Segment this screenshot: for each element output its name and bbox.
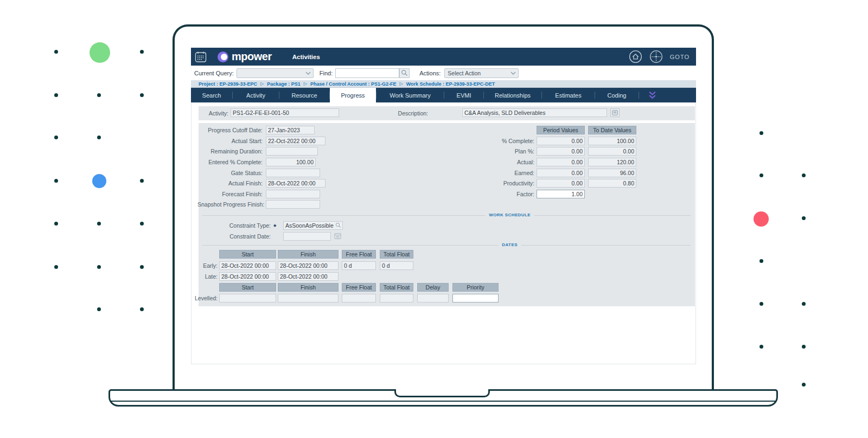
goto-button[interactable]: GOTO <box>670 54 690 60</box>
pct-complete-todate-input[interactable] <box>588 137 636 145</box>
mpower-logo-mark <box>217 51 229 63</box>
date-picker-icon[interactable] <box>334 233 341 241</box>
decorative-dot <box>760 345 763 349</box>
actual-label: Actual: <box>480 158 534 166</box>
early-total-float-input[interactable] <box>380 261 413 270</box>
factor-input[interactable] <box>537 190 585 198</box>
pct-complete-period-input[interactable] <box>537 137 585 145</box>
goto-target-icon[interactable] <box>649 50 663 63</box>
decorative-dot <box>97 222 101 226</box>
productivity-period-input[interactable] <box>537 179 585 188</box>
current-query-label: Current Query: <box>194 70 234 76</box>
actual-start-input[interactable] <box>266 137 326 145</box>
magnifier-icon <box>401 69 408 76</box>
levelled-total-float-input[interactable] <box>380 294 413 302</box>
early-start-input[interactable] <box>219 261 276 270</box>
breadcrumb-separator-icon: ▷ <box>260 81 264 86</box>
tab-activity[interactable]: Activity <box>233 88 279 102</box>
breadcrumb-item-work-schedule[interactable]: Work Schedule : EP-2939-33-EPC-DET <box>406 81 495 87</box>
to-date-values-header: To Date Values <box>588 126 636 134</box>
tab-search[interactable]: Search <box>191 88 232 102</box>
snapshot-progress-finish-input[interactable] <box>266 200 320 209</box>
tab-progress[interactable]: Progress <box>330 88 376 102</box>
constraint-type-input[interactable] <box>283 221 343 230</box>
tab-separator <box>639 92 639 99</box>
progress-tab-content: Activity: Description: Progress Cutoff D… <box>191 102 696 364</box>
description-input[interactable] <box>462 108 607 117</box>
decorative-dot <box>140 93 144 97</box>
notes-icon[interactable] <box>610 108 620 117</box>
breadcrumb-item-package[interactable]: Package : PS1 <box>267 81 301 87</box>
levelled-free-float-input[interactable] <box>342 294 376 302</box>
progress-cutoff-date-input[interactable] <box>266 126 315 134</box>
expand-tabs-icon[interactable] <box>648 88 657 102</box>
levelled-delay-input[interactable] <box>417 294 449 302</box>
plan-pct-todate-input[interactable] <box>588 147 636 156</box>
late-start-input[interactable] <box>219 272 276 281</box>
levelled-start-input[interactable] <box>219 294 276 302</box>
forecast-finish-input[interactable] <box>266 190 320 198</box>
decorative-dot <box>760 173 763 177</box>
red-accent-circle <box>754 211 769 227</box>
find-input[interactable] <box>335 68 399 78</box>
earned-todate-input[interactable] <box>588 169 636 177</box>
entered-pct-complete-input[interactable] <box>266 158 316 166</box>
dates-total-float-header: Total Float <box>380 250 413 259</box>
tab-estimates[interactable]: Estimates <box>542 88 595 102</box>
decorative-dot <box>760 131 763 135</box>
tab-relationships[interactable]: Relationships <box>484 88 541 102</box>
breadcrumb-separator-icon: ▷ <box>400 81 403 86</box>
activity-input[interactable] <box>231 108 339 117</box>
actual-period-input[interactable] <box>537 158 585 166</box>
productivity-todate-input[interactable] <box>588 179 636 188</box>
forecast-finish-label: Forecast Finish: <box>197 190 263 198</box>
tab-work-summary[interactable]: Work Summary <box>376 88 444 102</box>
query-toolbar: Current Query: Find: Actions: Select Act… <box>191 66 696 80</box>
early-label: Early: <box>199 261 218 270</box>
decorative-dot <box>802 383 806 387</box>
breadcrumb-item-project[interactable]: Project : EP-2939-33-EPC <box>199 81 257 87</box>
decorative-dot <box>760 259 763 263</box>
decorative-dot <box>97 307 101 311</box>
pct-complete-label: % Complete: <box>480 137 534 145</box>
decorative-dot <box>802 173 806 177</box>
page-background: mpower Activities <box>0 0 868 438</box>
constraint-date-input[interactable] <box>283 232 331 241</box>
factor-label: Factor: <box>480 190 534 198</box>
blue-accent-circle <box>92 174 106 188</box>
breadcrumb-item-phase[interactable]: Phase / Control Account : PS1-G2-FE <box>310 81 397 87</box>
decorative-dot <box>54 50 58 54</box>
constraint-date-label: Constraint Date: <box>199 232 271 241</box>
early-free-float-input[interactable] <box>342 261 376 270</box>
actual-start-label: Actual Start: <box>197 137 263 145</box>
actual-finish-input[interactable] <box>266 179 326 188</box>
actual-finish-label: Actual Finish: <box>197 179 263 188</box>
tab-coding[interactable]: Coding <box>595 88 639 102</box>
actions-select[interactable]: Select Action <box>444 68 519 78</box>
late-finish-input[interactable] <box>278 272 339 281</box>
late-label: Late: <box>199 272 218 281</box>
levelled-label: Levelled: <box>194 294 218 302</box>
work-schedule-divider: WORK SCHEDULE <box>202 215 691 216</box>
green-accent-circle <box>90 42 110 63</box>
gate-status-input[interactable] <box>266 169 320 177</box>
earned-period-input[interactable] <box>537 169 585 177</box>
early-finish-input[interactable] <box>278 261 339 270</box>
calendar-icon[interactable] <box>194 50 207 63</box>
progress-form-panel: Progress Cutoff Date: Actual Start: Rema… <box>199 123 695 306</box>
constraint-type-field[interactable] <box>283 221 343 230</box>
remaining-duration-input[interactable] <box>266 147 318 156</box>
levelled-priority-header: Priority <box>452 283 499 292</box>
required-field-icon: ◆ <box>273 221 276 230</box>
mpower-app-window: mpower Activities <box>191 48 696 364</box>
tab-resource[interactable]: Resource <box>279 88 329 102</box>
levelled-finish-input[interactable] <box>278 294 339 302</box>
productivity-label: Productivity: <box>480 179 534 188</box>
home-icon[interactable] <box>629 50 642 63</box>
current-query-select[interactable] <box>237 68 314 78</box>
tab-evmi[interactable]: EVMI <box>444 88 483 102</box>
plan-pct-period-input[interactable] <box>537 147 585 156</box>
find-search-button[interactable] <box>399 68 410 78</box>
actual-todate-input[interactable] <box>588 158 636 166</box>
levelled-priority-input[interactable] <box>452 294 499 302</box>
